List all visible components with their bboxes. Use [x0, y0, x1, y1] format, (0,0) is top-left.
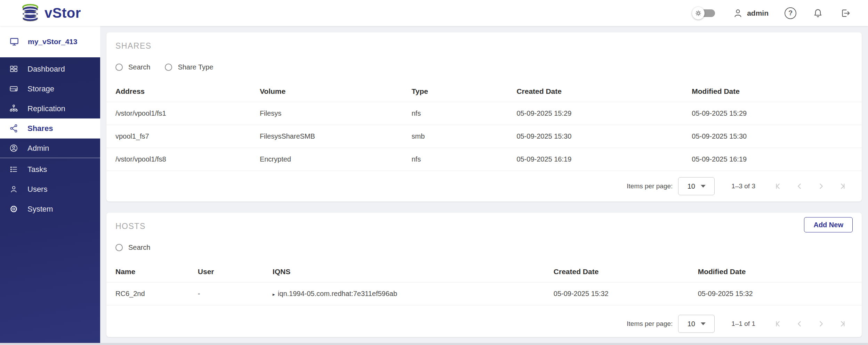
last-page-button[interactable]: [838, 182, 847, 191]
column-header: Address: [106, 81, 260, 102]
table-cell: RC6_2nd: [106, 282, 198, 305]
vstor-database-logo-icon: [21, 3, 40, 23]
sidebar-item-label: Shares: [27, 124, 53, 133]
last-page-button[interactable]: [838, 319, 847, 328]
system-name-block[interactable]: my_vStor_413: [0, 26, 100, 57]
sidebar-item-system[interactable]: System: [0, 199, 100, 219]
first-page-icon: [773, 182, 782, 191]
table-cell: 05-09-2025 15:29: [692, 102, 862, 125]
search-radio[interactable]: [115, 64, 123, 71]
main-content: SHARES Search Share Type AddressVolumeTy…: [100, 26, 868, 345]
users-icon: [9, 184, 18, 194]
table-cell: 05-09-2025 15:29: [516, 102, 692, 125]
person-icon: [732, 8, 744, 19]
hosts-search-filter[interactable]: Search: [115, 244, 150, 252]
table-cell: nfs: [411, 102, 516, 125]
table-header-row: NameUserIQNSCreated DateModified Date: [106, 261, 862, 282]
table-cell: Encrypted: [260, 148, 412, 171]
column-header: Name: [106, 261, 198, 282]
chevron-down-icon: [701, 322, 706, 325]
column-header: Modified Date: [698, 261, 862, 282]
expand-caret-icon[interactable]: ▸: [273, 291, 275, 297]
sidebar-item-storage[interactable]: Storage: [0, 79, 100, 99]
shares-pagination: Items per page: 10 1–3 of 3: [627, 175, 862, 197]
items-per-page-select[interactable]: 10: [678, 177, 715, 195]
table-cell: 05-09-2025 15:32: [554, 282, 698, 305]
help-icon[interactable]: ?: [785, 7, 796, 19]
bell-icon[interactable]: [812, 8, 823, 19]
app-name: vStor: [45, 5, 81, 21]
next-page-icon: [817, 319, 826, 328]
share-type-radio[interactable]: [165, 64, 172, 71]
table-cell: 05-09-2025 15:32: [698, 282, 862, 305]
app-logo: vStor: [0, 3, 81, 23]
table-row[interactable]: /vstor/vpool1/fs1Filesysnfs05-09-2025 15…: [106, 102, 862, 125]
previous-page-button[interactable]: [795, 319, 804, 328]
column-header: Created Date: [554, 261, 698, 282]
table-cell: /vstor/vpool1/fs1: [106, 102, 260, 125]
first-page-button[interactable]: [773, 182, 782, 191]
sidebar-item-users[interactable]: Users: [0, 179, 100, 199]
table-cell: 05-09-2025 16:19: [692, 148, 862, 171]
last-page-icon: [838, 319, 847, 328]
admin-icon: [9, 143, 18, 153]
storage-icon: [9, 84, 18, 93]
sidebar-item-label: Dashboard: [27, 65, 65, 74]
sidebar-item-label: Admin: [27, 144, 49, 153]
theme-toggle[interactable]: [692, 7, 716, 20]
sidebar-item-dashboard[interactable]: Dashboard: [0, 59, 100, 79]
system-icon: [9, 204, 18, 214]
sidebar-item-replication[interactable]: Replication: [0, 99, 100, 118]
table-cell: 05-09-2025 15:30: [692, 125, 862, 148]
table-row[interactable]: /vstor/vpool1/fs8Encryptednfs05-09-2025 …: [106, 148, 862, 171]
shares-search-filter[interactable]: Search: [115, 63, 150, 71]
column-header: Volume: [260, 81, 412, 102]
previous-page-icon: [795, 182, 804, 191]
sidebar-nav: Dashboard Storage Replication: [0, 57, 100, 345]
first-page-icon: [773, 319, 782, 328]
items-per-page-value: 10: [688, 182, 695, 190]
sidebar-item-shares[interactable]: Shares: [0, 118, 100, 138]
next-page-button[interactable]: [817, 182, 826, 191]
dashboard-icon: [9, 64, 18, 74]
user-menu[interactable]: admin: [732, 8, 769, 19]
table-cell: vpool1_fs7: [106, 125, 260, 148]
logout-icon[interactable]: [839, 8, 851, 19]
shares-title: SHARES: [106, 32, 862, 51]
table-cell: nfs: [411, 148, 516, 171]
next-page-button[interactable]: [817, 319, 826, 328]
previous-page-button[interactable]: [795, 182, 804, 191]
hosts-table: NameUserIQNSCreated DateModified Date RC…: [106, 261, 862, 305]
hosts-title: HOSTS: [106, 213, 862, 231]
column-header: User: [198, 261, 273, 282]
shares-icon: [9, 124, 18, 133]
chevron-down-icon: [701, 185, 706, 188]
table-row[interactable]: vpool1_fs7FilesysShareSMBsmb05-09-2025 1…: [106, 125, 862, 148]
table-row[interactable]: RC6_2nd-▸iqn.1994-05.com.redhat:7e311ef5…: [106, 282, 862, 305]
sidebar-item-admin[interactable]: Admin: [0, 138, 100, 158]
column-header: Created Date: [516, 81, 692, 102]
table-cell: 05-09-2025 15:30: [516, 125, 692, 148]
table-cell: 05-09-2025 16:19: [516, 148, 692, 171]
column-header: Type: [411, 81, 516, 102]
page-range: 1–3 of 3: [731, 182, 755, 190]
sidebar-item-label: Replication: [27, 104, 65, 113]
items-per-page-label: Items per page:: [627, 182, 673, 190]
sidebar-item-label: Storage: [27, 84, 54, 93]
shares-panel: SHARES Search Share Type AddressVolumeTy…: [106, 32, 862, 202]
sidebar-item-label: Tasks: [27, 165, 47, 174]
table-cell: -: [198, 282, 273, 305]
add-new-button[interactable]: Add New: [804, 217, 853, 232]
sidebar-item-label: Users: [27, 185, 47, 194]
hosts-panel: HOSTS Add New Search NameUserIQNSCreated…: [106, 213, 862, 337]
first-page-button[interactable]: [773, 319, 782, 328]
search-radio[interactable]: [115, 244, 123, 251]
items-per-page-select[interactable]: 10: [678, 315, 715, 333]
top-header: vStor admin ?: [0, 0, 868, 26]
share-type-filter[interactable]: Share Type: [165, 63, 213, 71]
table-cell: /vstor/vpool1/fs8: [106, 148, 260, 171]
sidebar-item-tasks[interactable]: Tasks: [0, 159, 100, 179]
next-page-icon: [817, 182, 826, 191]
column-header: IQNS: [273, 261, 554, 282]
search-radio-label: Search: [128, 244, 150, 252]
